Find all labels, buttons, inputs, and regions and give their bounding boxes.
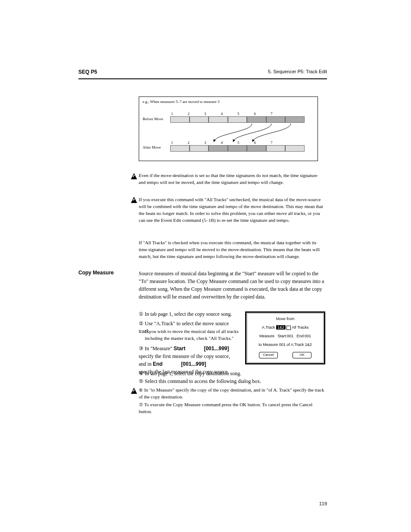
dialog-alltracks-label: All Tracks xyxy=(292,325,308,330)
move-diagram: e.g., When measures 5–7 are moved to mea… xyxy=(139,96,318,161)
dialog-alltracks-checkbox[interactable] xyxy=(286,326,291,330)
cancel-button[interactable]: Cancel xyxy=(259,352,278,358)
diagram-nums-top: 1234567 xyxy=(171,112,287,116)
section-title: Copy Measure xyxy=(78,270,130,276)
dialog-start-label: Start:001 xyxy=(277,334,293,338)
copy-step4: ④ In tab page 1, select the copy destina… xyxy=(139,370,325,377)
copy-step7: ⑦ To execute the Copy Measure command pr… xyxy=(139,401,325,415)
note-2a: If you execute this command with "All Tr… xyxy=(139,196,325,224)
header-section: SEQ P5 xyxy=(78,69,97,75)
note-2b: If "All Tracks" is checked when you exec… xyxy=(139,240,325,260)
header-title: 5. Sequencer P5: Track Edit xyxy=(268,69,327,74)
dialog-end-label: End:001 xyxy=(297,334,311,338)
ok-button[interactable]: OK xyxy=(293,352,311,358)
diagram-nums-bot: 1234567 xyxy=(171,140,287,145)
diagram-before-label: Before Move xyxy=(143,117,163,121)
note-icon xyxy=(130,196,138,204)
diagram-caption: e.g., When measures 5–7 are moved to mea… xyxy=(143,100,220,104)
copy-step5: ⑤ Select this command to access the foll… xyxy=(139,377,325,385)
copy-step2-note: If you wish to move the musical data of … xyxy=(145,328,239,342)
diagram-after-label: After Move xyxy=(143,145,161,149)
page-number: 119 xyxy=(319,501,327,506)
end-range: [001...999] xyxy=(181,361,206,367)
dialog-title: Move from xyxy=(246,317,324,321)
note-icon xyxy=(130,172,138,180)
start-range: [001...999] xyxy=(204,345,229,352)
copy-step1: ① In tab page 1, select the copy source … xyxy=(139,310,239,318)
dialog-atrack-label: A.Track xyxy=(262,325,275,330)
dialog-to-line: to Measure 001 of A.Track 1&2 xyxy=(246,342,324,347)
dialog-measure-label: Measure xyxy=(259,334,274,338)
header-rule xyxy=(78,78,327,79)
note-1: Even if the move-destination is set so t… xyxy=(139,172,325,186)
dialog-atrack-value[interactable]: 1&2 xyxy=(276,325,286,330)
end-label: End xyxy=(153,361,163,367)
note-icon xyxy=(130,387,138,395)
step3-part1: ③ In "Measure" xyxy=(139,345,174,352)
copy-body: Source measures of musical data beginnin… xyxy=(139,270,325,301)
start-label: Start xyxy=(174,345,185,352)
copy-step6: ⑥ In "to Measure" specify the copy of th… xyxy=(139,387,325,401)
move-dialog: Move from A.Track 1&2 All Tracks Measure… xyxy=(245,311,325,364)
